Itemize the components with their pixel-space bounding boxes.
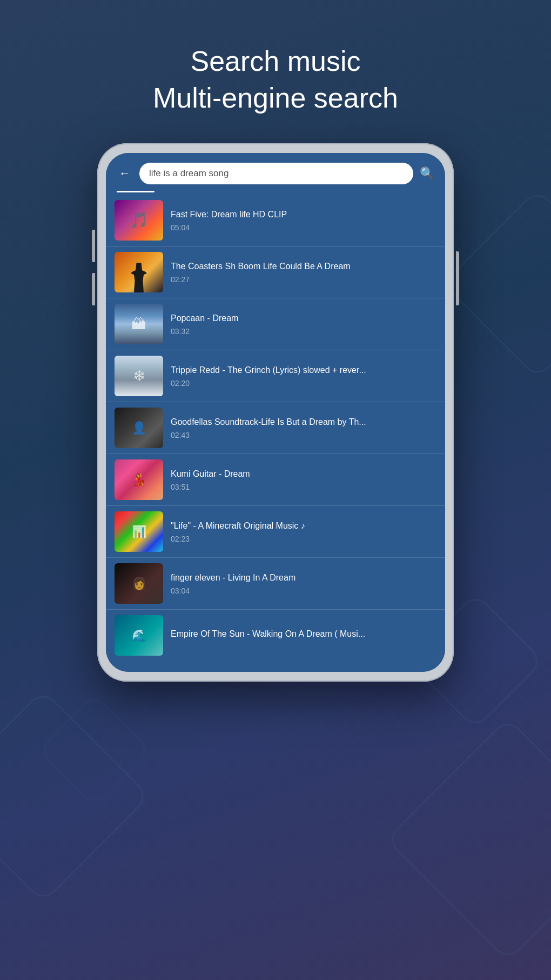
active-tab-line xyxy=(117,191,154,192)
result-title: Goodfellas Soundtrack-Life Is But a Drea… xyxy=(171,417,436,428)
thumb-icon: 💃 xyxy=(115,459,163,500)
result-thumbnail: 🌊 xyxy=(115,615,163,656)
search-bar-area: ← life is a dream song 🔍 xyxy=(106,153,445,191)
result-thumbnail: 🏔 xyxy=(115,304,163,344)
result-duration: 02:23 xyxy=(171,535,436,543)
result-duration: 02:43 xyxy=(171,431,436,439)
result-duration: 02:20 xyxy=(171,379,436,388)
result-item[interactable]: 🏔 Popcaan - Dream 03:32 xyxy=(106,298,445,350)
result-item[interactable]: The Coasters Sh Boom Life Could Be A Dre… xyxy=(106,246,445,298)
result-item[interactable]: 👤 Goodfellas Soundtrack-Life Is But a Dr… xyxy=(106,402,445,454)
result-thumbnail xyxy=(115,252,163,292)
result-duration: 05:04 xyxy=(171,223,436,232)
thumb-icon: 👤 xyxy=(115,408,163,448)
result-item[interactable]: 💃 Kumi Guitar - Dream 03:51 xyxy=(106,454,445,506)
result-item[interactable]: 📊 "Life" - A Minecraft Original Music ♪ … xyxy=(106,506,445,558)
result-item[interactable]: 🎵 Fast Five: Dream life HD CLIP 05:04 xyxy=(106,195,445,246)
result-item[interactable]: ❄ Trippie Redd - The Grinch (Lyrics) slo… xyxy=(106,350,445,402)
result-info: Trippie Redd - The Grinch (Lyrics) slowe… xyxy=(171,365,436,388)
phone-frame: ← life is a dream song 🔍 🎵 Fast F xyxy=(97,143,454,682)
result-thumbnail: 💃 xyxy=(115,459,163,500)
volume-up-button[interactable] xyxy=(92,230,95,262)
tab-indicator xyxy=(106,191,445,195)
result-info: "Life" - A Minecraft Original Music ♪ 02… xyxy=(171,521,436,543)
result-title: The Coasters Sh Boom Life Could Be A Dre… xyxy=(171,261,436,272)
header-line2: Multi-engine search xyxy=(153,82,398,114)
result-thumbnail: 🎵 xyxy=(115,200,163,241)
result-thumbnail: 👤 xyxy=(115,408,163,448)
result-info: Goodfellas Soundtrack-Life Is But a Drea… xyxy=(171,417,436,439)
result-title: "Life" - A Minecraft Original Music ♪ xyxy=(171,521,436,532)
result-info: Kumi Guitar - Dream 03:51 xyxy=(171,469,436,491)
result-info: Empire Of The Sun - Walking On A Dream (… xyxy=(171,629,436,643)
search-icon[interactable]: 🔍 xyxy=(420,166,434,181)
thumb-icon: 📊 xyxy=(115,511,163,552)
result-item[interactable]: 🌊 Empire Of The Sun - Walking On A Dream… xyxy=(106,610,445,672)
thumb-icon: 🌊 xyxy=(115,615,163,656)
result-info: Popcaan - Dream 03:32 xyxy=(171,313,436,336)
results-list: 🎵 Fast Five: Dream life HD CLIP 05:04 Th… xyxy=(106,195,445,672)
result-duration: 03:51 xyxy=(171,483,436,491)
result-thumbnail: 📊 xyxy=(115,511,163,552)
result-title: Empire Of The Sun - Walking On A Dream (… xyxy=(171,629,436,640)
phone-screen: ← life is a dream song 🔍 🎵 Fast F xyxy=(106,153,445,672)
header-line1: Search music xyxy=(191,45,361,77)
result-info: The Coasters Sh Boom Life Could Be A Dre… xyxy=(171,261,436,284)
result-thumbnail: 👩 xyxy=(115,563,163,604)
thumb-icon: 🎵 xyxy=(115,200,163,241)
result-thumbnail: ❄ xyxy=(115,356,163,396)
result-info: Fast Five: Dream life HD CLIP 05:04 xyxy=(171,209,436,232)
result-info: finger eleven - Living In A Dream 03:04 xyxy=(171,572,436,595)
result-title: Trippie Redd - The Grinch (Lyrics) slowe… xyxy=(171,365,436,376)
result-duration: 02:27 xyxy=(171,275,436,284)
phone-wrapper: ← life is a dream song 🔍 🎵 Fast F xyxy=(0,143,551,682)
result-duration: 03:04 xyxy=(171,586,436,595)
result-item[interactable]: 👩 finger eleven - Living In A Dream 03:0… xyxy=(106,558,445,610)
header-title: Search music Multi-engine search xyxy=(32,43,519,116)
result-title: Fast Five: Dream life HD CLIP xyxy=(171,209,436,221)
result-duration: 03:32 xyxy=(171,327,436,336)
search-input-wrap[interactable]: life is a dream song xyxy=(139,163,413,184)
power-button[interactable] xyxy=(456,251,459,305)
thumb-icon: 👩 xyxy=(115,563,163,604)
volume-down-button[interactable] xyxy=(92,273,95,305)
header-section: Search music Multi-engine search xyxy=(0,0,551,143)
search-input[interactable]: life is a dream song xyxy=(149,168,404,179)
result-title: Kumi Guitar - Dream xyxy=(171,469,436,480)
result-title: Popcaan - Dream xyxy=(171,313,436,324)
result-title: finger eleven - Living In A Dream xyxy=(171,572,436,584)
thumb-icon: ❄ xyxy=(115,356,163,396)
thumb-icon: 🏔 xyxy=(115,304,163,344)
back-button[interactable]: ← xyxy=(117,164,133,183)
